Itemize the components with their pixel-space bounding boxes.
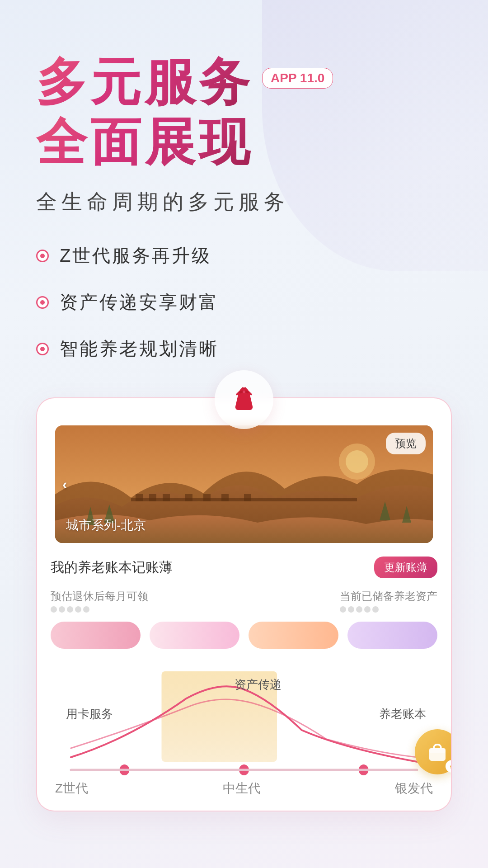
svg-rect-7 (163, 494, 170, 501)
preview-button[interactable]: 预览 (386, 433, 426, 454)
col1-stars (51, 606, 148, 613)
data-bar-4 (347, 622, 437, 649)
dress-icon (228, 384, 260, 415)
star-dot (83, 606, 89, 613)
hero-title-line2: 全面展现 (36, 114, 253, 170)
feature-dot-3 (36, 343, 49, 355)
svg-rect-5 (136, 494, 143, 501)
data-bars (51, 622, 437, 649)
star-dot (340, 606, 346, 613)
lifecycle-section: 用卡服务 资产传递 养老账本 Z世代 中生代 银发代 (37, 658, 451, 811)
star-dot (364, 606, 371, 613)
ledger-title: 我的养老账本记账薄 (51, 558, 173, 577)
svg-rect-10 (221, 494, 229, 501)
feature-label-3: 智能养老规划清晰 (60, 336, 219, 361)
ledger-header: 我的养老账本记账薄 更新账薄 (51, 557, 437, 578)
feature-label-2: 资产传递安享财富 (60, 290, 219, 315)
feature-item-3: 智能养老规划清晰 (36, 336, 452, 361)
col1-label: 预估退休后每月可领 (51, 589, 148, 604)
card-area: ‹ 城市系列-北京 预览 我的养老账本记账薄 更新账薄 预估退休后每月可领 (36, 397, 452, 811)
feature-item-2: 资产传递安享财富 (36, 290, 452, 315)
title-line1: 多元服务 APP 11.0 (36, 54, 452, 110)
svg-rect-11 (244, 494, 251, 501)
ledger-col2: 当前已储备养老资产 (340, 589, 437, 613)
bag-icon-dot (446, 760, 452, 773)
banner-label: 城市系列-北京 (66, 517, 146, 534)
hero-section: 多元服务 APP 11.0 全面展现 (36, 54, 452, 170)
app-version-badge: APP 11.0 (262, 68, 333, 89)
feature-dot-2 (36, 296, 49, 309)
col2-label: 当前已储备养老资产 (340, 589, 437, 604)
ledger-section: 我的养老账本记账薄 更新账薄 预估退休后每月可领 (37, 543, 451, 658)
data-bar-1 (51, 622, 141, 649)
feature-list: Z世代服务再升级 资产传递安享财富 智能养老规划清晰 (36, 243, 452, 361)
svg-point-2 (243, 391, 245, 393)
star-dot (59, 606, 65, 613)
data-bar-3 (249, 622, 338, 649)
star-dot (51, 606, 57, 613)
lifecycle-chart: 用卡服务 资产传递 养老账本 (46, 658, 442, 784)
svg-rect-20 (429, 748, 446, 753)
feature-item-1: Z世代服务再升级 (36, 243, 452, 268)
star-dot (348, 606, 354, 613)
star-dot (75, 606, 81, 613)
banner-prev-arrow[interactable]: ‹ (62, 476, 67, 493)
svg-rect-9 (203, 494, 211, 501)
lifecycle-svg (46, 658, 442, 784)
svg-rect-8 (185, 494, 192, 501)
feature-dot-1 (36, 250, 49, 262)
dress-icon-container (215, 370, 273, 429)
main-card: ‹ 城市系列-北京 预览 我的养老账本记账薄 更新账薄 预估退休后每月可领 (36, 397, 452, 811)
feature-label-1: Z世代服务再升级 (60, 243, 211, 268)
svg-point-13 (346, 450, 368, 473)
col2-stars (340, 606, 437, 613)
star-dot (356, 606, 362, 613)
star-dot (372, 606, 379, 613)
svg-rect-6 (149, 494, 156, 501)
hero-title-line1: 多元服务 (36, 54, 253, 110)
title-line2: 全面展现 (36, 114, 452, 170)
banner-area: ‹ 城市系列-北京 预览 (55, 425, 433, 543)
page-wrapper: 多元服务 APP 11.0 全面展现 全生命周期的多元服务 Z世代服务再升级 资… (0, 0, 488, 868)
star-dot (67, 606, 73, 613)
svg-rect-14 (162, 671, 277, 762)
ledger-columns: 预估退休后每月可领 当前已储备养老资产 (51, 589, 437, 613)
hero-subtitle: 全生命周期的多元服务 (36, 188, 452, 216)
update-button[interactable]: 更新账薄 (374, 557, 437, 578)
ledger-col1: 预估退休后每月可领 (51, 589, 148, 613)
data-bar-2 (150, 622, 239, 649)
bag-icon (426, 740, 449, 764)
